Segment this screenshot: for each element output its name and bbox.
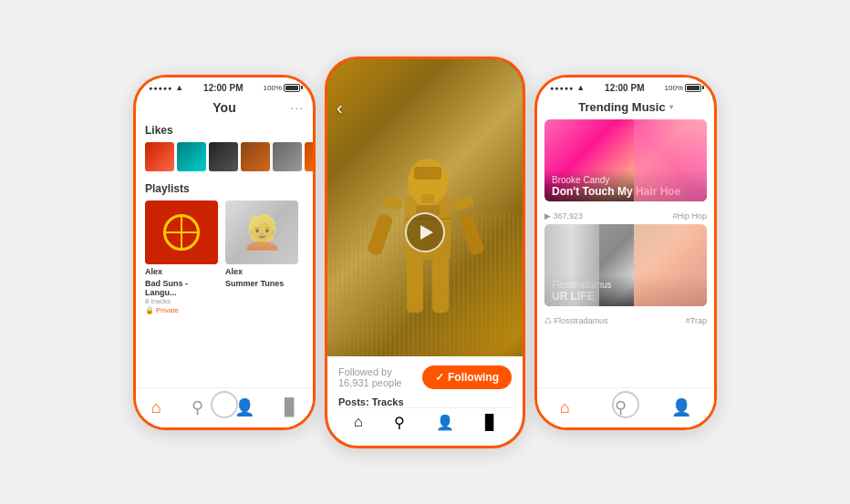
play-icon	[420, 225, 433, 240]
dropdown-arrow-icon: ▾	[669, 103, 673, 111]
nav-search-2[interactable]: ⚲	[394, 414, 405, 431]
playlist-item-2[interactable]: 👱 Alex Summer Tunes	[225, 201, 298, 314]
playlist-label-1: Alex	[145, 267, 218, 276]
battery-text-3: 100%	[665, 84, 683, 92]
like-thumb-3[interactable]	[209, 142, 238, 171]
artist-screen: ‹ Brooke Candy Brooke Candy, United Stat…	[327, 59, 523, 446]
nav-bars-1[interactable]: ▊	[285, 397, 297, 417]
track-card-2[interactable]: Flosstradamus UR LIFE	[544, 224, 707, 306]
svg-rect-9	[432, 258, 449, 313]
playlist-tracks-1: 8 tracks	[145, 297, 218, 305]
page-title-1: You	[212, 100, 235, 115]
more-options-1[interactable]: ···	[290, 100, 304, 115]
battery-area-3: 100%	[665, 84, 701, 92]
play-button[interactable]	[405, 212, 445, 252]
nav-user-2[interactable]: 👤	[436, 414, 454, 431]
track-genre-2: #Trap	[686, 316, 707, 325]
nav-bars-2[interactable]: ▊	[485, 414, 496, 431]
playlist-label-2: Alex	[225, 267, 298, 276]
time-3: 12:00 PM	[585, 83, 664, 93]
signal-dots-3: ●●●●●	[550, 85, 574, 91]
phone-1: ●●●●● ▲ 12:00 PM 100% You ··· Likes	[133, 75, 316, 430]
following-check-icon: ✓	[435, 371, 444, 384]
playlist-name-2: Summer Tunes	[225, 279, 298, 288]
track-meta-2: ♺ Flosstradamus #Trap	[537, 314, 714, 329]
followers-text: Followed by 16,931 people	[338, 366, 422, 388]
likes-section-title: Likes	[136, 120, 313, 142]
bottom-nav-2: ⌂ ⚲ 👤 ▊	[338, 407, 512, 437]
following-button[interactable]: ✓ Following	[422, 365, 512, 389]
track-card-1[interactable]: Brooke Candy Don't Touch My Hair Hoe	[544, 119, 707, 201]
signal-dots-1: ●●●●●	[149, 85, 172, 91]
svg-rect-5	[367, 212, 394, 256]
home-button-3[interactable]	[612, 391, 639, 418]
like-thumb-6[interactable]	[305, 142, 313, 171]
artist-bottom-panel: Followed by 16,931 people ✓ Following Po…	[327, 356, 523, 446]
track-meta-1: ▶ 367,923 #Hip Hop	[537, 209, 714, 224]
track-plays-2: ♺ Flosstradamus	[544, 316, 608, 325]
home-button-1[interactable]	[211, 391, 238, 418]
svg-rect-8	[407, 258, 423, 313]
nav-user-3[interactable]: 👤	[671, 397, 691, 417]
playlist-cover-1	[145, 201, 218, 264]
phone-2: ‹ Brooke Candy Brooke Candy, United Stat…	[325, 57, 525, 448]
status-bar-3: ●●●●● ▲ 12:00 PM 100%	[537, 77, 714, 97]
signal-area-3: ●●●●● ▲	[550, 83, 585, 92]
you-header: You ···	[136, 97, 313, 120]
posts-heading: Posts:	[338, 396, 369, 407]
nav-search-1[interactable]: ⚲	[192, 397, 203, 417]
battery-icon-1	[284, 84, 300, 92]
back-button[interactable]: ‹	[337, 98, 343, 118]
track-genre-1: #Hip Hop	[672, 211, 707, 221]
follow-row: Followed by 16,931 people ✓ Following	[338, 365, 512, 389]
playlist-art-lady: 👱	[225, 201, 298, 264]
time-1: 12:00 PM	[183, 83, 263, 93]
playlist-private-1: 🔒 Private	[145, 306, 218, 314]
battery-area-1: 100%	[264, 84, 300, 92]
svg-rect-6	[452, 195, 474, 211]
likes-row	[136, 142, 313, 179]
like-thumb-4[interactable]	[241, 142, 270, 171]
nav-home-1[interactable]: ⌂	[151, 398, 161, 417]
playlist-item-1[interactable]: Alex Bad Suns - Langu... 8 tracks 🔒 Priv…	[145, 201, 218, 314]
playlists-row: Alex Bad Suns - Langu... 8 tracks 🔒 Priv…	[136, 201, 313, 314]
battery-icon-3	[685, 84, 701, 92]
status-bar-1: ●●●●● ▲ 12:00 PM 100%	[136, 77, 313, 97]
svg-rect-7	[458, 212, 485, 256]
like-thumb-1[interactable]	[145, 142, 174, 171]
playlist-cover-2: 👱	[225, 201, 298, 264]
nm-symbol	[163, 214, 200, 251]
svg-rect-4	[381, 195, 403, 211]
trending-title-text: Trending Music	[578, 100, 665, 114]
wifi-icon-1: ▲	[175, 83, 183, 92]
svg-rect-3	[421, 194, 434, 203]
you-content: Likes Playlists Alex	[136, 120, 313, 405]
like-thumb-5[interactable]	[273, 142, 302, 171]
signal-area-1: ●●●●● ▲	[149, 83, 183, 92]
track-image-left-2	[544, 224, 599, 306]
playlist-name-1: Bad Suns - Langu...	[145, 279, 218, 297]
track-image-right-1	[634, 119, 707, 201]
track-plays-1: ▶ 367,923	[544, 211, 583, 221]
nav-home-3[interactable]: ⌂	[560, 398, 570, 417]
phone-3: ●●●●● ▲ 12:00 PM 100% Trending Music ▾	[534, 75, 717, 430]
posts-type: Tracks	[372, 396, 404, 407]
like-thumb-2[interactable]	[177, 142, 206, 171]
track-image-right-2	[634, 224, 707, 306]
battery-text-1: 100%	[264, 84, 282, 92]
wifi-icon-3: ▲	[576, 83, 585, 92]
svg-rect-2	[414, 167, 441, 180]
playlists-section-title: Playlists	[136, 179, 313, 201]
trending-content: Brooke Candy Don't Touch My Hair Hoe ▶ 3…	[537, 119, 714, 404]
posts-label: Posts: Tracks	[338, 396, 512, 407]
trending-header: Trending Music ▾	[537, 97, 714, 119]
lock-icon-1: 🔒	[145, 306, 154, 314]
trending-title[interactable]: Trending Music ▾	[578, 100, 672, 114]
nav-home-2[interactable]: ⌂	[354, 414, 363, 430]
playlist-art-nm	[145, 201, 218, 264]
